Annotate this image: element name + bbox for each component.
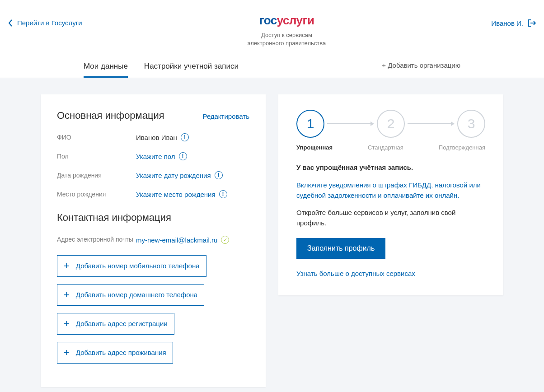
tabs-row: Мои данные Настройки учетной записи + До…	[0, 57, 544, 78]
email-link[interactable]: my-new-email@lackmail.ru ✓	[136, 236, 229, 244]
logo-block: госуслуги Доступ к сервисам электронного…	[82, 14, 492, 47]
learn-more-link[interactable]: Узнать больше о доступных сервисах	[296, 270, 485, 277]
back-to-gosuslugi-link[interactable]: Перейти в Госуслуги	[8, 19, 82, 27]
logo-usl: услуги	[277, 14, 314, 27]
plus-icon: +	[64, 261, 70, 271]
contact-info-title: Контактная информация	[57, 212, 249, 224]
back-label: Перейти в Госуслуги	[17, 19, 82, 27]
add-registration-address-button[interactable]: + Добавить адрес регистрации	[57, 313, 174, 335]
warning-icon: !	[181, 133, 189, 141]
user-menu[interactable]: Иванов И.	[491, 19, 536, 27]
header: Перейти в Госуслуги госуслуги Доступ к с…	[0, 0, 544, 47]
arrow-icon	[327, 123, 374, 124]
page-body: Основная информация Редактировать ФИО Ив…	[0, 78, 544, 392]
warning-icon: !	[219, 190, 227, 198]
email-text: my-new-email@lackmail.ru	[136, 236, 217, 244]
warning-icon: !	[215, 171, 223, 179]
warning-icon: !	[179, 152, 187, 160]
plus-icon: +	[64, 348, 70, 358]
add-home-label: Добавить номер домашнего телефона	[76, 291, 197, 299]
add-reg-label: Добавить адрес регистрации	[76, 320, 168, 327]
logo: госуслуги	[82, 14, 492, 28]
tabs-left: Мои данные Настройки учетной записи	[84, 57, 239, 78]
edit-link[interactable]: Редактировать	[202, 112, 249, 120]
logo-gos: гос	[259, 14, 277, 27]
status-panel: 1 2 3 Упрощенная Стандартная Подтвержден…	[278, 94, 503, 295]
email-label: Адрес электронной почты	[57, 235, 136, 244]
fill-profile-button[interactable]: Заполнить профиль	[296, 238, 385, 259]
step-2-label: Стандартная	[368, 144, 403, 151]
basic-info-title: Основная информация	[57, 110, 164, 121]
dob-text: Укажите дату рождения	[136, 172, 211, 179]
user-name: Иванов И.	[491, 19, 523, 27]
add-home-phone-button[interactable]: + Добавить номер домашнего телефона	[57, 284, 204, 306]
step-labels: Упрощенная Стандартная Подтвержденная	[296, 144, 485, 151]
plus-icon: +	[64, 319, 70, 329]
field-dob: Дата рождения Укажите дату рождения !	[57, 171, 249, 179]
field-fio: ФИО Иванов Иван !	[57, 133, 249, 141]
add-live-label: Добавить адрес проживания	[76, 349, 166, 356]
add-organization-link[interactable]: + Добавить организацию	[382, 61, 460, 74]
verification-steps: 1 2 3	[296, 110, 485, 138]
chevron-left-icon	[8, 19, 13, 27]
gender-label: Пол	[57, 153, 136, 160]
fio-text: Иванов Иван	[136, 134, 177, 141]
gender-text: Укажите пол	[136, 153, 175, 160]
plus-icon: +	[64, 290, 70, 300]
check-icon: ✓	[221, 236, 229, 244]
step-2-circle: 2	[377, 110, 405, 138]
field-gender: Пол Укажите пол !	[57, 152, 249, 160]
logo-subtitle: Доступ к сервисам электронного правитель…	[82, 31, 492, 47]
enable-notifications-link[interactable]: Включите уведомления о штрафах ГИБДД, на…	[296, 180, 485, 201]
fio-label: ФИО	[57, 134, 136, 141]
field-email: Адрес электронной почты my-new-email@lac…	[57, 235, 249, 244]
step-1-label: Упрощенная	[296, 144, 333, 151]
pob-label: Место рождения	[57, 191, 136, 198]
step-3-label: Подтвержденная	[439, 144, 485, 151]
logout-icon	[528, 19, 536, 27]
gender-link[interactable]: Укажите пол !	[136, 152, 187, 160]
arrow-icon	[408, 123, 455, 124]
account-status-heading: У вас упрощённая учётная запись.	[296, 163, 485, 171]
step-3-circle: 3	[457, 110, 485, 138]
tab-account-settings[interactable]: Настройки учетной записи	[144, 57, 239, 78]
tab-my-data[interactable]: Мои данные	[84, 57, 128, 78]
profile-panel: Основная информация Редактировать ФИО Ив…	[41, 94, 266, 387]
dob-label: Дата рождения	[57, 172, 136, 179]
step-1-circle: 1	[296, 110, 324, 138]
add-mobile-label: Добавить номер мобильного телефона	[76, 262, 200, 270]
add-mobile-button[interactable]: + Добавить номер мобильного телефона	[57, 255, 206, 277]
pob-link[interactable]: Укажите место рождения !	[136, 190, 227, 198]
fio-value: Иванов Иван !	[136, 133, 189, 141]
open-more-text: Откройте больше сервисов и услуг, заполн…	[296, 208, 485, 228]
field-pob: Место рождения Укажите место рождения !	[57, 190, 249, 198]
pob-text: Укажите место рождения	[136, 191, 216, 198]
add-living-address-button[interactable]: + Добавить адрес проживания	[57, 342, 173, 364]
dob-link[interactable]: Укажите дату рождения !	[136, 171, 223, 179]
